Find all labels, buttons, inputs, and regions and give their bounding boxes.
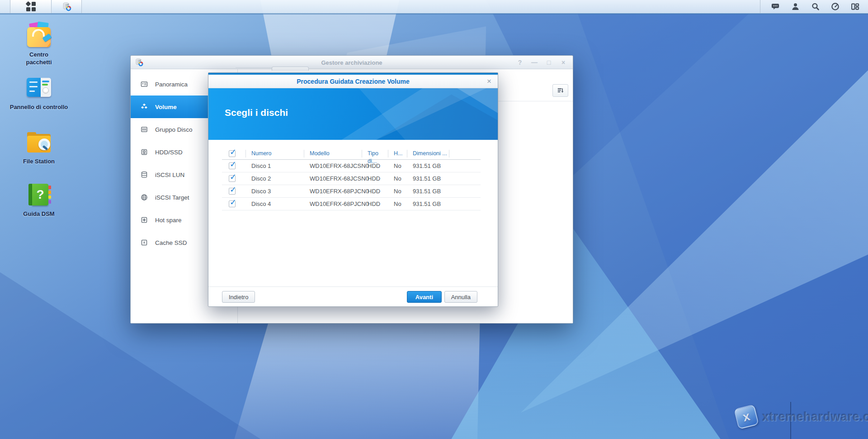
desktop-icon-label: File Station [23, 158, 55, 166]
window-help-button[interactable]: ? [516, 59, 524, 66]
select-all-checkbox[interactable]: ✓ [229, 150, 236, 157]
row-checkbox[interactable]: ✓ [229, 162, 236, 169]
cell-dimensioni: 931.51 GB [407, 200, 449, 207]
column-header-numero[interactable]: Numero [246, 150, 304, 157]
sidebar-item-label: iSCSI Target [155, 194, 189, 201]
row-checkbox[interactable]: ✓ [229, 200, 236, 207]
hot-spare-icon [141, 216, 148, 224]
taskbar-tray [760, 0, 863, 13]
ssd-cache-icon [141, 239, 148, 246]
cell-hot-spare: No [388, 162, 407, 169]
desktop-icon-package-center[interactable]: Centro pacchetti [9, 22, 69, 67]
cell-modello: WD10EFRX-68JCSN0 [304, 162, 362, 169]
user-menu-button[interactable] [788, 0, 803, 13]
desktop-icon-label: Centro pacchetti [20, 51, 58, 67]
back-button[interactable]: Indietro [222, 291, 255, 303]
sidebar-item-label: HDD/SSD [155, 149, 183, 156]
wizard-hero-banner: Scegli i dischi [208, 88, 498, 140]
cell-hot-spare: No [388, 188, 407, 195]
search-icon [811, 2, 820, 11]
window-maximize-button[interactable]: □ [545, 59, 553, 66]
disk-row-1[interactable]: ✓ Disco 1 WD10EFRX-68JCSN0 HDD No 931.51… [222, 160, 481, 172]
main-menu-icon [26, 2, 36, 11]
window-titlebar[interactable]: Gestore archiviazione ? — □ × [131, 56, 573, 69]
cell-hot-spare: No [388, 175, 407, 182]
iscsi-target-icon [141, 194, 148, 201]
volume-creation-wizard-dialog: Procedura Guidata Creazione Volume × Sce… [208, 72, 498, 307]
sort-descending-icon [557, 87, 564, 94]
storage-manager-app-icon [62, 2, 72, 12]
watermark-x-logo: x [734, 404, 759, 429]
cell-modello: WD10EFRX-68JCSN0 [304, 175, 362, 182]
watermark: x xtremehardware.com [736, 406, 868, 427]
main-menu-button[interactable] [10, 0, 52, 13]
cell-dimensioni: 931.51 GB [407, 188, 449, 195]
wizard-close-icon[interactable]: × [487, 75, 491, 88]
disk-group-icon [141, 126, 148, 133]
sort-button[interactable] [552, 84, 568, 97]
column-header-tipo[interactable]: Tipo di... [362, 150, 388, 157]
column-header-filler [449, 150, 481, 157]
notifications-button[interactable] [768, 0, 783, 13]
desktop-icon-dsm-help[interactable]: ? Guida DSM [9, 181, 69, 218]
notifications-chat-icon [771, 2, 780, 11]
cell-numero: Disco 4 [246, 200, 304, 207]
pilot-view-button[interactable] [847, 0, 863, 13]
disk-table-header: ✓ Numero Modello Tipo di... H... Dimensi… [222, 148, 481, 160]
disk-row-3[interactable]: ✓ Disco 3 WD10EFRX-68PJCN0 HDD No 931.51… [222, 185, 481, 198]
desktop-icon-label: Guida DSM [23, 210, 54, 218]
overview-icon [141, 81, 148, 88]
package-center-icon [26, 22, 52, 48]
cell-modello: WD10EFRX-68PJCN0 [304, 188, 362, 195]
background-toolbar-button [272, 67, 309, 71]
sidebar-item-label: Panoramica [155, 81, 188, 88]
iscsi-lun-icon [141, 171, 148, 178]
search-button[interactable] [807, 0, 823, 13]
cancel-button[interactable]: Annulla [444, 291, 477, 303]
control-panel-icon [26, 74, 52, 100]
system-health-icon [831, 2, 840, 11]
sidebar-item-label: Gruppo Disco [155, 126, 193, 133]
cell-hot-spare: No [388, 200, 407, 207]
cell-modello: WD10EFRX-68PJCN0 [304, 200, 362, 207]
cell-tipo: HDD [362, 200, 388, 207]
disk-table: ✓ Numero Modello Tipo di... H... Dimensi… [222, 148, 481, 210]
row-checkbox[interactable]: ✓ [229, 188, 236, 195]
cell-numero: Disco 1 [246, 162, 304, 169]
desktop-icon-file-station[interactable]: File Station [9, 129, 69, 166]
file-station-icon [26, 129, 52, 155]
window-close-button[interactable]: × [559, 59, 567, 66]
hdd-ssd-icon [141, 148, 148, 156]
cell-dimensioni: 931.51 GB [407, 162, 449, 169]
cell-numero: Disco 2 [246, 175, 304, 182]
disk-row-2[interactable]: ✓ Disco 2 WD10EFRX-68JCSN0 HDD No 931.51… [222, 172, 481, 185]
wizard-step-heading: Scegli i dischi [225, 107, 288, 118]
window-minimize-button[interactable]: — [530, 59, 538, 66]
wizard-footer: Indietro Avanti Annulla [208, 286, 498, 306]
cell-tipo: HDD [362, 162, 388, 169]
volume-icon [141, 103, 148, 110]
widgets-icon [851, 2, 859, 11]
cell-numero: Disco 3 [246, 188, 304, 195]
column-header-dimensioni[interactable]: Dimensioni ... [407, 150, 449, 157]
watermark-text: xtremehardware.com [762, 410, 868, 424]
wizard-title: Procedura Guidata Creazione Volume [297, 78, 409, 85]
sidebar-item-label: Volume [155, 104, 177, 110]
user-account-icon [791, 2, 800, 11]
next-button[interactable]: Avanti [407, 291, 442, 303]
sidebar-item-label: iSCSI LUN [155, 172, 184, 178]
system-health-button[interactable] [827, 0, 843, 13]
column-header-hot-spare[interactable]: H... [388, 150, 407, 157]
column-header-modello[interactable]: Modello [304, 150, 362, 157]
taskbar-storage-manager-button[interactable] [52, 0, 82, 13]
cell-dimensioni: 931.51 GB [407, 175, 449, 182]
disk-row-4[interactable]: ✓ Disco 4 WD10EFRX-68PJCN0 HDD No 931.51… [222, 198, 481, 210]
cell-tipo: HDD [362, 175, 388, 182]
desktop-icon-control-panel[interactable]: Pannello di controllo [9, 74, 69, 111]
sidebar-item-label: Hot spare [155, 217, 182, 224]
taskbar [0, 0, 868, 14]
window-title: Gestore archiviazione [131, 56, 573, 69]
dsm-help-icon: ? [26, 181, 52, 207]
wizard-titlebar: Procedura Guidata Creazione Volume × [208, 75, 498, 88]
row-checkbox[interactable]: ✓ [229, 175, 236, 182]
